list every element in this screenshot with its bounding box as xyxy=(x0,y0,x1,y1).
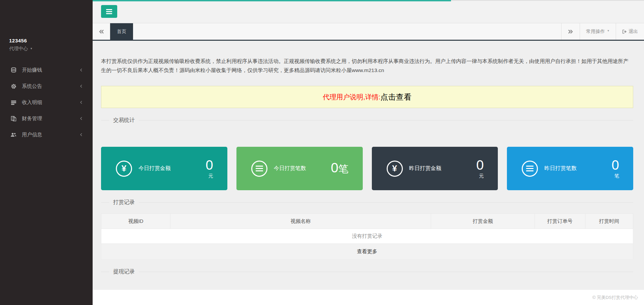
column-header-video-id: 视频ID xyxy=(101,214,170,229)
menu-toggle-button[interactable] xyxy=(101,5,117,18)
stat-card-value-block: 0 笔 xyxy=(612,158,619,179)
rewards-table: 视频ID 视频名称 打赏金额 打赏订单号 打赏时间 没有打赏记录 查看更多 xyxy=(101,213,633,260)
table-more-row[interactable]: 查看更多 xyxy=(101,244,633,260)
footer: © 完美DS打赏代理中心 xyxy=(93,290,644,305)
stat-card-unit: 笔 xyxy=(614,173,619,179)
stat-cards-row: 今日打赏金额 0 元 今日打赏笔数 0 笔 昨日打赏金额 xyxy=(101,147,633,190)
sidebar-item-finance[interactable]: 财务管理 xyxy=(0,110,93,127)
common-actions-dropdown[interactable]: 常用操作 xyxy=(580,23,616,40)
progress-bar xyxy=(93,0,451,1)
stat-card-unit: 元 xyxy=(479,173,484,179)
chevron-left-icon xyxy=(79,116,83,121)
user-panel: 123456 代理中心 xyxy=(0,0,93,52)
stat-card-today-amount: 今日打赏金额 0 元 xyxy=(101,147,227,190)
stat-card-label: 昨日打赏笔数 xyxy=(544,165,577,172)
list-circle-icon xyxy=(251,161,267,177)
logout-icon xyxy=(622,29,627,34)
chevron-left-icon xyxy=(79,84,83,89)
stat-card-today-count: 今日打赏笔数 0 笔 xyxy=(236,147,363,190)
notice-label: 代理用户说明,详情: xyxy=(323,93,380,102)
sidebar-nav: 开始赚钱 系统公告 收入明细 xyxy=(0,62,93,143)
stat-card-value: 0 xyxy=(206,158,213,172)
list-circle-icon xyxy=(522,161,538,177)
chevron-left-icon xyxy=(79,68,83,72)
column-header-reward-amount: 打赏金额 xyxy=(431,214,535,229)
main-area: 首页 常用操作 退出 本打赏系统仅供作为正规视频传输吸粉收费系统，禁止利用程序从… xyxy=(93,0,644,305)
sidebar-item-label: 开始赚钱 xyxy=(22,67,42,73)
sidebar-item-start-earning[interactable]: 开始赚钱 xyxy=(0,62,93,78)
list-icon xyxy=(10,100,17,105)
stat-card-unit: 元 xyxy=(208,173,213,179)
rewards-table-header-row: 视频ID 视频名称 打赏金额 打赏订单号 打赏时间 xyxy=(101,214,633,229)
coins-icon xyxy=(10,67,17,73)
sidebar-item-label: 收入明细 xyxy=(22,99,42,106)
section-title-withdrawals: 提现记录 xyxy=(101,268,633,275)
sidebar-item-label: 财务管理 xyxy=(22,115,42,122)
file-copy-icon xyxy=(10,116,17,122)
gear-icon xyxy=(10,83,17,89)
stat-card-label: 今日打赏笔数 xyxy=(274,165,306,172)
page-load-progress xyxy=(93,0,644,1)
stat-card-value: 0 xyxy=(612,158,619,172)
stat-card-value: 0 xyxy=(331,161,338,174)
stat-card-value: 0 xyxy=(476,158,484,172)
sidebar-item-user-info[interactable]: 用户信息 xyxy=(0,127,93,143)
stat-card-label: 今日打赏金额 xyxy=(138,165,171,172)
stat-card-value-block: 0 元 xyxy=(476,158,484,179)
app-window: 123456 代理中心 开始赚钱 系统公告 xyxy=(0,0,644,305)
tab-home-label: 首页 xyxy=(117,29,126,35)
stat-card-value-block: 0 笔 xyxy=(331,161,348,176)
sidebar-item-label: 用户信息 xyxy=(22,132,42,138)
user-role-dropdown[interactable]: 代理中心 xyxy=(9,46,93,52)
empty-text: 没有打赏记录 xyxy=(101,229,633,244)
yen-circle-icon xyxy=(387,161,403,177)
column-header-reward-time: 打赏时间 xyxy=(585,214,633,229)
sidebar-item-income-details[interactable]: 收入明细 xyxy=(0,94,93,110)
copyright-text: © 完美DS打赏代理中心 xyxy=(592,295,638,301)
section-title-rewards: 打赏记录 xyxy=(101,199,633,206)
chevron-left-icon xyxy=(79,100,83,105)
page-content: 本打赏系统仅供作为正规视频传输吸粉收费系统，禁止利用程序从事违法活动。正规视频传… xyxy=(93,41,644,293)
sidebar-item-announcements[interactable]: 系统公告 xyxy=(0,78,93,94)
stat-card-label: 昨日打赏金额 xyxy=(409,165,442,172)
user-role-label: 代理中心 xyxy=(9,46,28,51)
tab-bar-spacer xyxy=(133,23,561,40)
stat-card-yesterday-amount: 昨日打赏金额 0 元 xyxy=(372,147,498,190)
users-icon xyxy=(10,132,17,138)
notice-banner[interactable]: 代理用户说明,详情: 点击查看 xyxy=(101,86,633,108)
chevron-left-icon xyxy=(79,132,83,137)
stat-card-value-block: 0 元 xyxy=(206,158,213,179)
disclaimer-text: 本打赏系统仅供作为正规视频传输吸粉收费系统，禁止利用程序从事违法活动。正规视频传… xyxy=(101,57,633,75)
column-header-order-no: 打赏订单号 xyxy=(535,214,585,229)
logout-button[interactable]: 退出 xyxy=(616,23,644,40)
logout-label: 退出 xyxy=(629,29,638,35)
stat-card-unit: 笔 xyxy=(339,162,349,176)
section-title-stats: 交易统计 xyxy=(101,117,633,124)
sidebar: 123456 代理中心 开始赚钱 系统公告 xyxy=(0,0,93,305)
common-actions-label: 常用操作 xyxy=(586,29,605,35)
tab-bar: 首页 常用操作 退出 xyxy=(93,23,644,41)
yen-circle-icon xyxy=(116,161,132,177)
tabs-scroll-left-button[interactable] xyxy=(93,23,110,40)
progress-track xyxy=(451,0,644,1)
table-empty-row: 没有打赏记录 xyxy=(101,229,633,244)
hamburger-icon xyxy=(106,9,112,14)
topbar xyxy=(93,0,644,23)
sidebar-item-label: 系统公告 xyxy=(22,83,42,90)
username: 123456 xyxy=(9,38,93,43)
stat-card-yesterday-count: 昨日打赏笔数 0 笔 xyxy=(507,147,633,190)
notice-link[interactable]: 点击查看 xyxy=(381,92,412,102)
tab-home[interactable]: 首页 xyxy=(110,23,133,40)
view-more-link[interactable]: 查看更多 xyxy=(101,244,633,260)
tabs-scroll-right-button[interactable] xyxy=(561,23,580,40)
column-header-video-name: 视频名称 xyxy=(170,214,431,229)
